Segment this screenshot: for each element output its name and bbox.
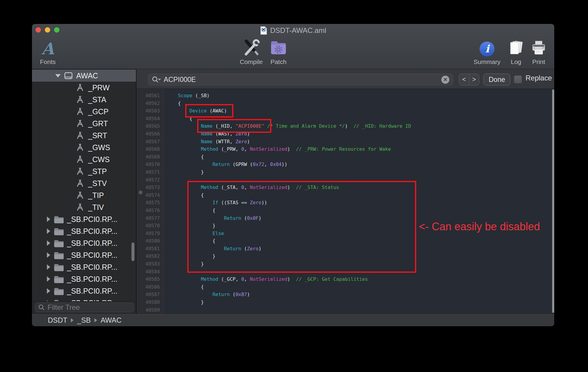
sidebar-item-label: _TIP	[88, 191, 104, 200]
sidebar-item-folder[interactable]: _SB.PCI0.RP...	[32, 249, 136, 261]
sidebar-item-folder[interactable]: _SB.PCI0.RP	[32, 297, 136, 301]
folder-icon	[53, 263, 64, 271]
line-number: 40573	[137, 184, 163, 191]
code-line[interactable]: 40589	[137, 306, 554, 314]
sidebar-item-method[interactable]: _STP	[32, 165, 136, 177]
code-text: Method (_PRW, 0, NotSerialized) // _PRW:…	[163, 145, 391, 153]
method-icon	[76, 191, 85, 199]
line-number: 40569	[137, 153, 163, 161]
splitter-handle[interactable]	[139, 190, 143, 194]
disclosure-right-icon[interactable]	[47, 288, 50, 294]
sidebar-item-method[interactable]: _GWS	[32, 141, 136, 153]
disclosure-down-icon[interactable]	[55, 74, 61, 77]
sidebar-item-method[interactable]: _GCP	[32, 106, 136, 118]
sidebar-item-label: _SB.PCI0.RP...	[67, 215, 117, 224]
code-text: Return (GPRW (0x72, 0x04))	[163, 161, 287, 168]
window-title: DSDT-AWAC.aml	[270, 26, 326, 35]
find-next-button[interactable]: >	[469, 74, 479, 85]
code-line[interactable]: 40568 Method (_PRW, 0, NotSerialized) //…	[137, 145, 554, 153]
disclosure-right-icon[interactable]	[47, 240, 50, 246]
sidebar-item-method[interactable]: _TIP	[32, 189, 136, 201]
sidebar-item-method[interactable]: _CWS	[32, 153, 136, 165]
sidebar-item-label: _STV	[88, 179, 107, 188]
breadcrumb-awac[interactable]: AWAC	[101, 316, 122, 324]
sidebar-item-label: _CWS	[88, 155, 110, 164]
find-bar: ACPI000E ✕ < > Done Replace	[137, 69, 554, 89]
print-label: Print	[532, 59, 545, 65]
sidebar-item-label: _STP	[88, 167, 107, 176]
disclosure-right-icon[interactable]	[47, 264, 50, 270]
folder-icon	[53, 227, 64, 235]
sidebar-item-folder[interactable]: _SB.PCI0.RP...	[32, 225, 136, 237]
replace-checkbox[interactable]	[514, 75, 522, 83]
breadcrumb-dsdt[interactable]: DSDT	[48, 316, 67, 324]
patch-toolbar-button[interactable]: Patch	[270, 36, 287, 65]
compile-icon	[242, 39, 260, 57]
main-content: AWAC_PRW_STA_GCP_GRT_SRT_GWS_CWS_STP_STV…	[32, 69, 554, 314]
sidebar-item-folder[interactable]: _SB.PCI0.RP...	[32, 273, 136, 285]
fonts-toolbar-button[interactable]: A Fonts	[40, 36, 56, 65]
compile-label: Compile	[240, 59, 263, 65]
code-line[interactable]: 40588 }	[137, 298, 554, 306]
sidebar-item-folder[interactable]: _SB.PCI0.RP...	[32, 237, 136, 249]
code-text: }	[163, 168, 204, 176]
sidebar-tree: AWAC_PRW_STA_GCP_GRT_SRT_GWS_CWS_STP_STV…	[32, 69, 136, 301]
find-previous-button[interactable]: <	[459, 74, 469, 85]
sidebar-item-label: _SB.PCI0.RP...	[67, 239, 117, 248]
sidebar-item-folder[interactable]: _SB.PCI0.RP...	[32, 213, 136, 225]
fonts-icon: A	[42, 40, 54, 57]
method-icon	[76, 143, 85, 152]
code-line[interactable]: 40567 Name (WTTR, Zero)	[137, 138, 554, 146]
sidebar-item-folder[interactable]: _SB.PCI0.RP...	[32, 261, 136, 273]
disclosure-right-icon[interactable]	[47, 228, 50, 234]
code-text: Scope (_SB)	[163, 92, 210, 100]
summary-toolbar-button[interactable]: i Summary	[474, 36, 500, 65]
line-number: 40584	[137, 268, 163, 276]
line-number: 40585	[137, 275, 163, 283]
sidebar-item-awac[interactable]: AWAC	[32, 70, 136, 82]
code-editor[interactable]: 40561 Scope (_SB)40562 {40563 Device (AW…	[137, 89, 554, 314]
sidebar-item-method[interactable]: _GRT	[32, 118, 136, 129]
folder-icon	[53, 251, 64, 259]
sidebar-item-method[interactable]: _STA	[32, 94, 136, 106]
sidebar-item-label: _TIV	[88, 203, 104, 212]
editor-scrollbar[interactable]	[552, 89, 554, 313]
window-header: DSDT-AWAC.aml A Fonts Compile	[32, 24, 554, 69]
breadcrumb-sb[interactable]: _SB	[77, 316, 91, 324]
code-line[interactable]: 40570 Return (GPRW (0x72, 0x04))	[137, 161, 554, 168]
log-toolbar-button[interactable]: Log	[507, 36, 525, 65]
code-line[interactable]: 40586 {	[137, 283, 554, 291]
sidebar-item-label: _PRW	[88, 83, 110, 92]
disclosure-right-icon[interactable]	[47, 276, 50, 282]
line-number: 40567	[137, 138, 163, 146]
code-line[interactable]: 40587 Return (0xB7)	[137, 291, 554, 298]
line-number: 40571	[137, 168, 163, 176]
method-icon	[76, 119, 85, 128]
sidebar-item-method[interactable]: _TIV	[32, 201, 136, 213]
sidebar-item-label: _STA	[88, 95, 106, 104]
sidebar-item-folder[interactable]: _SB.PCI0.RP...	[32, 285, 136, 297]
line-number: 40562	[137, 100, 163, 107]
log-icon	[507, 40, 525, 57]
line-number: 40577	[137, 214, 163, 222]
sidebar-item-method[interactable]: _STV	[32, 177, 136, 189]
sidebar-item-method[interactable]: _SRT	[32, 129, 136, 141]
code-line[interactable]: 40569 {	[137, 153, 554, 161]
code-text: Method (_GCP, 0, NotSerialized) // _GCP:…	[163, 275, 368, 283]
code-line[interactable]: 40571 }	[137, 168, 554, 176]
print-toolbar-button[interactable]: Print	[530, 36, 547, 65]
find-input[interactable]: ACPI000E ✕	[148, 74, 453, 86]
code-text	[163, 268, 166, 276]
sidebar-item-method[interactable]: _PRW	[32, 82, 136, 94]
code-line[interactable]: 40585 Method (_GCP, 0, NotSerialized) //…	[137, 275, 554, 283]
disclosure-right-icon[interactable]	[47, 252, 50, 258]
filter-tree-input[interactable]: Filter Tree	[35, 303, 134, 312]
done-button[interactable]: Done	[483, 74, 510, 86]
disclosure-right-icon[interactable]	[47, 217, 50, 222]
compile-toolbar-button[interactable]: Compile	[240, 36, 263, 65]
clear-search-button[interactable]: ✕	[441, 76, 449, 84]
sidebar-scrollbar-thumb[interactable]	[131, 243, 134, 261]
breadcrumb-separator-icon	[71, 318, 74, 322]
line-number: 40564	[137, 115, 163, 123]
code-line[interactable]: 40561 Scope (_SB)	[137, 92, 554, 100]
